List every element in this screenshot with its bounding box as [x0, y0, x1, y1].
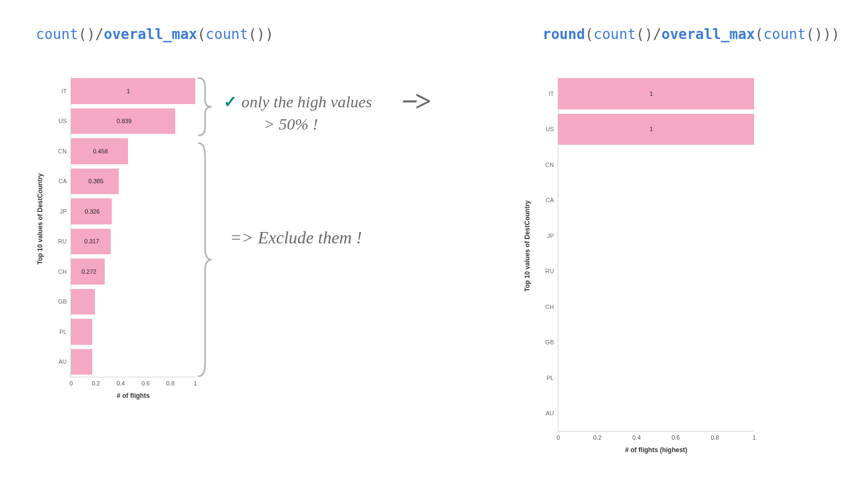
- annotation-high-values: ✓only the high values: [224, 92, 372, 111]
- chart-row: AU: [71, 347, 195, 377]
- chart-row: AU: [558, 396, 754, 432]
- category-label: PL: [60, 329, 67, 335]
- x-tick: 0.8: [711, 434, 719, 441]
- chart-right-ylabel: Top 10 values of DestCountry: [524, 216, 531, 292]
- bar: [71, 78, 195, 104]
- x-tick: 1: [194, 380, 197, 387]
- chart-row: PL: [71, 317, 195, 347]
- x-tick: 0.2: [92, 380, 100, 387]
- chart-left: IT1US0.839CN0.458CA0.385JP0.326RU0.317CH…: [71, 76, 195, 377]
- chart-row: US1: [558, 112, 754, 147]
- chart-row: JP0.326: [71, 196, 195, 227]
- x-axis-title: # of flights (highest): [625, 446, 687, 454]
- formula-token: (: [585, 26, 593, 42]
- category-label: CH: [58, 268, 67, 275]
- chart-row: CH0.272: [71, 256, 195, 287]
- x-tick: 0.4: [117, 380, 125, 387]
- bar-value-label: 0.317: [84, 238, 99, 244]
- chart-row: CA0.385: [71, 166, 195, 197]
- chart-row: GB: [71, 287, 195, 317]
- chart-row: JP: [558, 218, 754, 254]
- x-tick: 0.6: [672, 434, 680, 441]
- formula-token: round: [542, 26, 585, 42]
- category-label: CH: [545, 304, 554, 310]
- bar: [558, 78, 754, 110]
- chart-row: RU: [558, 254, 754, 289]
- category-label: RU: [545, 268, 554, 274]
- formula-token: ())): [806, 26, 840, 42]
- chart-row: IT1: [558, 76, 754, 112]
- formula-token: overall_max: [104, 26, 197, 42]
- x-tick: 0.6: [142, 380, 150, 387]
- chart-row: GB: [558, 325, 754, 361]
- chart-right-plot: IT1US1CNCAJPRUCHGBPLAU00.20.40.60.81# of…: [558, 76, 754, 432]
- formula-token: count: [763, 26, 806, 42]
- bar-value-label: 0.839: [117, 118, 132, 124]
- bar-value-label: 1: [650, 126, 653, 132]
- formula-right: round(count()/overall_max(count())): [542, 26, 840, 42]
- formula-token: count: [593, 26, 636, 42]
- annotation-high-line1: only the high values: [241, 93, 372, 111]
- category-label: GB: [545, 339, 554, 345]
- bar-value-label: 0.326: [85, 208, 100, 215]
- bar-value-label: 1: [127, 88, 130, 94]
- chart-row: CN0.458: [71, 136, 195, 166]
- formula-token: ()/: [78, 26, 104, 42]
- formula-left: count()/overall_max(count()): [36, 26, 273, 42]
- category-label: AU: [546, 410, 554, 416]
- bar: [71, 349, 92, 375]
- bar: [71, 289, 95, 315]
- chart-row: IT1: [71, 76, 195, 106]
- formula-token: count: [206, 26, 248, 42]
- x-tick: 0.8: [167, 380, 175, 387]
- formula-token: overall_max: [661, 26, 755, 42]
- x-tick: 0.2: [593, 434, 602, 441]
- chart-row: PL: [558, 360, 754, 396]
- chart-row: RU0.317: [71, 227, 195, 257]
- formula-token: (: [197, 26, 206, 42]
- bar-value-label: 0.385: [88, 178, 104, 184]
- formula-token: count: [36, 26, 78, 42]
- category-label: GB: [58, 298, 67, 305]
- category-label: PL: [547, 375, 554, 381]
- category-label: RU: [58, 238, 67, 244]
- x-tick: 1: [752, 434, 756, 441]
- category-label: CA: [59, 178, 67, 184]
- arrow-icon: −>: [401, 85, 429, 118]
- category-label: JP: [547, 233, 554, 239]
- bar: [558, 114, 754, 145]
- bar-value-label: 0.272: [81, 268, 97, 275]
- category-label: CA: [546, 197, 554, 203]
- brace-top: [196, 76, 214, 138]
- category-label: AU: [59, 358, 67, 365]
- category-label: IT: [61, 88, 67, 94]
- category-label: IT: [548, 91, 554, 97]
- formula-token: (: [755, 26, 763, 42]
- chart-left-ylabel: Top 10 values of DestCountry: [36, 189, 44, 265]
- category-label: US: [59, 118, 67, 124]
- brace-bottom: [196, 140, 214, 379]
- bar-value-label: 0.458: [93, 148, 108, 155]
- annotation-exclude: => Exclude them !: [230, 228, 362, 248]
- chart-right: IT1US1CNCAJPRUCHGBPLAU00.20.40.60.81# of…: [558, 76, 754, 432]
- bar-value-label: 1: [650, 91, 653, 97]
- category-label: CN: [545, 162, 554, 168]
- x-tick: 0: [69, 380, 73, 387]
- annotation-high-line2: > 50% !: [264, 115, 318, 133]
- chart-row: US0.839: [71, 106, 195, 137]
- formula-token: ()): [248, 26, 273, 42]
- chart-left-plot: IT1US0.839CN0.458CA0.385JP0.326RU0.317CH…: [71, 76, 195, 377]
- formula-token: ()/: [636, 26, 661, 42]
- category-label: JP: [60, 208, 67, 215]
- chart-row: CN: [558, 147, 754, 183]
- check-icon: ✓: [224, 93, 237, 111]
- chart-row: CH: [558, 289, 754, 325]
- bar: [71, 319, 92, 345]
- x-tick: 0: [557, 434, 560, 441]
- x-axis-title: # of flights: [117, 392, 150, 400]
- chart-row: CA: [558, 183, 754, 218]
- category-label: US: [546, 126, 554, 132]
- x-tick: 0.4: [633, 434, 641, 441]
- category-label: CN: [58, 148, 67, 155]
